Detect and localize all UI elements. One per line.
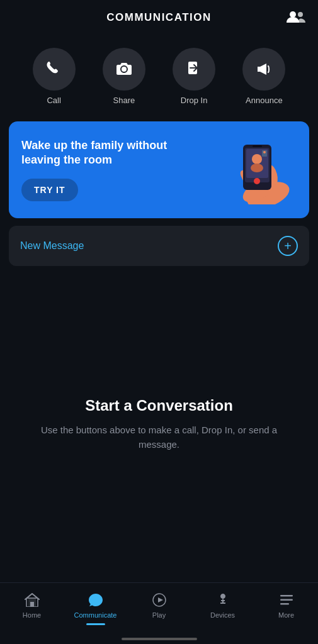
announce-icon bbox=[255, 60, 273, 78]
nav-home[interactable]: Home bbox=[0, 589, 64, 625]
share-circle bbox=[103, 48, 145, 91]
empty-state-title: Start a Conversation bbox=[85, 397, 233, 414]
nav-more[interactable]: More bbox=[254, 589, 318, 625]
empty-state: Start a Conversation Use the buttons abo… bbox=[0, 266, 318, 582]
banner-illustration bbox=[215, 135, 297, 204]
nav-communicate[interactable]: Communicate bbox=[64, 589, 127, 625]
home-bar bbox=[0, 638, 318, 644]
home-bar-line bbox=[122, 638, 197, 640]
call-action[interactable]: Call bbox=[33, 48, 76, 105]
play-icon bbox=[151, 592, 168, 608]
plus-icon: + bbox=[278, 236, 298, 256]
contacts-icon[interactable] bbox=[287, 9, 305, 26]
dropin-label: Drop In bbox=[181, 96, 208, 105]
share-label: Share bbox=[113, 96, 135, 105]
nav-home-label: Home bbox=[23, 611, 41, 619]
promo-banner: Wake up the family without leaving the r… bbox=[9, 121, 309, 218]
communicate-icon bbox=[88, 592, 104, 608]
empty-state-subtitle: Use the buttons above to make a call, Dr… bbox=[25, 423, 293, 452]
phone-icon bbox=[45, 60, 63, 78]
svg-marker-24 bbox=[158, 597, 163, 602]
nav-devices[interactable]: Devices bbox=[191, 589, 254, 625]
announce-circle bbox=[242, 48, 285, 91]
bottom-navigation: Home Communicate Play Devices bbox=[0, 582, 318, 638]
new-message-label: New Message bbox=[20, 240, 84, 252]
nav-communicate-label: Communicate bbox=[74, 611, 117, 619]
camera-icon bbox=[115, 60, 133, 78]
announce-label: Announce bbox=[246, 96, 283, 105]
phone-hand-svg bbox=[215, 135, 297, 204]
svg-point-0 bbox=[290, 11, 296, 18]
dropin-action[interactable]: Drop In bbox=[173, 48, 215, 105]
banner-heading: Wake up the family without leaving the r… bbox=[21, 138, 173, 168]
dropin-icon bbox=[185, 60, 203, 78]
new-message-button[interactable]: New Message + bbox=[9, 226, 309, 266]
home-icon bbox=[24, 592, 40, 608]
dropin-circle bbox=[173, 48, 215, 91]
svg-rect-26 bbox=[280, 599, 293, 601]
announce-action[interactable]: Announce bbox=[242, 48, 285, 105]
nav-play-label: Play bbox=[152, 611, 166, 619]
svg-point-15 bbox=[251, 164, 263, 172]
svg-point-14 bbox=[252, 154, 262, 164]
header: COMMUNICATION bbox=[0, 0, 318, 35]
nav-play[interactable]: Play bbox=[127, 589, 191, 625]
nav-devices-label: Devices bbox=[210, 611, 235, 619]
call-label: Call bbox=[47, 96, 60, 105]
banner-text-area: Wake up the family without leaving the r… bbox=[21, 138, 173, 202]
share-action[interactable]: Share bbox=[103, 48, 145, 105]
svg-rect-27 bbox=[280, 603, 289, 605]
svg-rect-19 bbox=[253, 145, 262, 147]
devices-icon bbox=[215, 592, 231, 608]
page-title: COMMUNICATION bbox=[106, 11, 212, 24]
svg-rect-25 bbox=[280, 595, 293, 597]
svg-point-2 bbox=[122, 67, 127, 72]
try-it-button[interactable]: TRY IT bbox=[21, 179, 78, 201]
call-circle bbox=[33, 48, 76, 91]
nav-more-label: More bbox=[278, 611, 294, 619]
svg-point-18 bbox=[254, 178, 260, 184]
svg-point-17 bbox=[263, 151, 266, 153]
svg-rect-22 bbox=[30, 602, 34, 607]
more-icon bbox=[278, 592, 295, 608]
svg-point-1 bbox=[298, 12, 303, 17]
actions-row: Call Share Drop In Announce bbox=[0, 35, 318, 111]
